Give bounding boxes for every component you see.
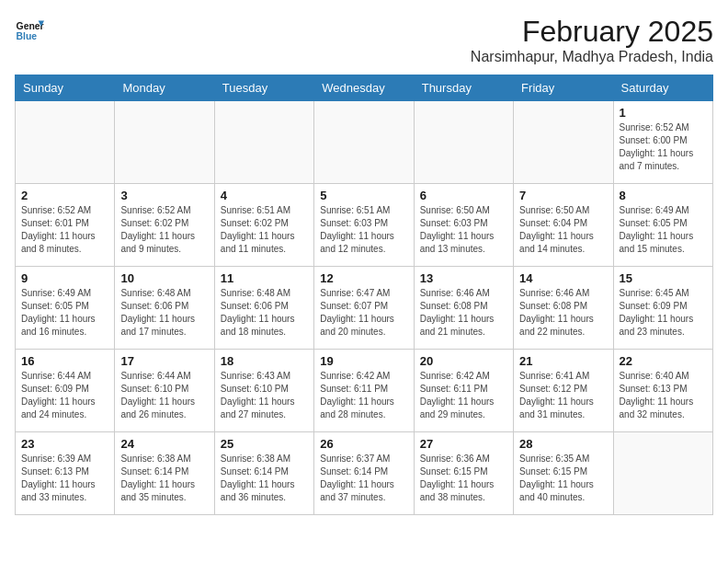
weekday-header-row: SundayMondayTuesdayWednesdayThursdayFrid… <box>16 75 713 101</box>
month-year-title: February 2025 <box>471 15 713 49</box>
day-info: Sunrise: 6:36 AM Sunset: 6:15 PM Dayligh… <box>420 453 507 504</box>
day-number: 26 <box>320 437 407 451</box>
day-number: 7 <box>519 189 607 202</box>
calendar-cell <box>314 101 414 184</box>
title-section: February 2025 Narsimhapur, Madhya Prades… <box>471 15 713 65</box>
day-info: Sunrise: 6:50 AM Sunset: 6:03 PM Dayligh… <box>420 204 507 256</box>
day-info: Sunrise: 6:44 AM Sunset: 6:09 PM Dayligh… <box>21 370 108 421</box>
day-info: Sunrise: 6:46 AM Sunset: 6:08 PM Dayligh… <box>519 287 607 339</box>
calendar-cell <box>115 101 214 184</box>
calendar-cell: 24Sunrise: 6:38 AM Sunset: 6:14 PM Dayli… <box>115 432 214 515</box>
calendar-cell <box>613 432 712 515</box>
calendar-cell: 9Sunrise: 6:49 AM Sunset: 6:05 PM Daylig… <box>16 267 115 350</box>
day-info: Sunrise: 6:45 AM Sunset: 6:09 PM Dayligh… <box>620 287 707 339</box>
day-info: Sunrise: 6:52 AM Sunset: 6:01 PM Dayligh… <box>21 204 108 256</box>
calendar-week-row: 9Sunrise: 6:49 AM Sunset: 6:05 PM Daylig… <box>16 267 713 350</box>
day-info: Sunrise: 6:42 AM Sunset: 6:11 PM Dayligh… <box>320 370 407 421</box>
svg-text:Blue: Blue <box>17 31 38 41</box>
calendar-cell: 2Sunrise: 6:52 AM Sunset: 6:01 PM Daylig… <box>16 184 115 267</box>
day-number: 14 <box>519 271 607 285</box>
day-number: 9 <box>21 271 108 285</box>
day-number: 12 <box>320 271 407 285</box>
day-info: Sunrise: 6:41 AM Sunset: 6:12 PM Dayligh… <box>519 370 607 421</box>
calendar-cell: 13Sunrise: 6:46 AM Sunset: 6:08 PM Dayli… <box>414 267 513 350</box>
calendar-cell: 11Sunrise: 6:48 AM Sunset: 6:06 PM Dayli… <box>214 267 313 350</box>
day-info: Sunrise: 6:42 AM Sunset: 6:11 PM Dayligh… <box>420 370 507 421</box>
day-number: 27 <box>420 437 507 451</box>
day-number: 2 <box>21 189 108 202</box>
day-number: 16 <box>21 354 108 368</box>
calendar-week-row: 1Sunrise: 6:52 AM Sunset: 6:00 PM Daylig… <box>16 101 713 184</box>
calendar-cell: 6Sunrise: 6:50 AM Sunset: 6:03 PM Daylig… <box>414 184 513 267</box>
day-info: Sunrise: 6:52 AM Sunset: 6:02 PM Dayligh… <box>120 204 208 256</box>
day-number: 23 <box>21 437 108 451</box>
calendar-cell: 25Sunrise: 6:38 AM Sunset: 6:14 PM Dayli… <box>214 432 313 515</box>
weekday-header: Friday <box>514 75 613 101</box>
weekday-header: Wednesday <box>314 75 414 101</box>
calendar-week-row: 2Sunrise: 6:52 AM Sunset: 6:01 PM Daylig… <box>16 184 713 267</box>
day-info: Sunrise: 6:38 AM Sunset: 6:14 PM Dayligh… <box>120 453 208 504</box>
calendar-week-row: 16Sunrise: 6:44 AM Sunset: 6:09 PM Dayli… <box>16 350 713 432</box>
day-info: Sunrise: 6:50 AM Sunset: 6:04 PM Dayligh… <box>519 204 607 256</box>
day-info: Sunrise: 6:39 AM Sunset: 6:13 PM Dayligh… <box>21 453 108 504</box>
day-number: 18 <box>221 354 308 368</box>
day-number: 6 <box>420 189 507 202</box>
calendar-cell: 23Sunrise: 6:39 AM Sunset: 6:13 PM Dayli… <box>16 432 115 515</box>
day-number: 8 <box>620 189 707 202</box>
weekday-header: Sunday <box>16 75 115 101</box>
day-info: Sunrise: 6:44 AM Sunset: 6:10 PM Dayligh… <box>120 370 208 421</box>
calendar-cell: 18Sunrise: 6:43 AM Sunset: 6:10 PM Dayli… <box>214 350 313 432</box>
calendar-cell: 8Sunrise: 6:49 AM Sunset: 6:05 PM Daylig… <box>613 184 712 267</box>
day-info: Sunrise: 6:38 AM Sunset: 6:14 PM Dayligh… <box>221 453 308 504</box>
calendar-week-row: 23Sunrise: 6:39 AM Sunset: 6:13 PM Dayli… <box>16 432 713 515</box>
calendar-cell: 1Sunrise: 6:52 AM Sunset: 6:00 PM Daylig… <box>613 101 712 184</box>
calendar-cell: 7Sunrise: 6:50 AM Sunset: 6:04 PM Daylig… <box>514 184 613 267</box>
day-number: 21 <box>519 354 607 368</box>
calendar-cell: 5Sunrise: 6:51 AM Sunset: 6:03 PM Daylig… <box>314 184 414 267</box>
day-info: Sunrise: 6:52 AM Sunset: 6:00 PM Dayligh… <box>620 121 707 173</box>
calendar-cell: 3Sunrise: 6:52 AM Sunset: 6:02 PM Daylig… <box>115 184 214 267</box>
day-info: Sunrise: 6:47 AM Sunset: 6:07 PM Dayligh… <box>320 287 407 339</box>
day-info: Sunrise: 6:51 AM Sunset: 6:03 PM Dayligh… <box>320 204 407 256</box>
weekday-header: Monday <box>115 75 214 101</box>
calendar-cell <box>514 101 613 184</box>
calendar-cell: 14Sunrise: 6:46 AM Sunset: 6:08 PM Dayli… <box>514 267 613 350</box>
day-number: 11 <box>221 271 308 285</box>
calendar-cell: 10Sunrise: 6:48 AM Sunset: 6:06 PM Dayli… <box>115 267 214 350</box>
day-number: 24 <box>120 437 208 451</box>
day-number: 3 <box>120 189 208 202</box>
page-header: General Blue February 2025 Narsimhapur, … <box>15 15 713 65</box>
calendar-cell: 12Sunrise: 6:47 AM Sunset: 6:07 PM Dayli… <box>314 267 414 350</box>
day-info: Sunrise: 6:49 AM Sunset: 6:05 PM Dayligh… <box>21 287 108 339</box>
logo-icon: General Blue <box>15 15 44 44</box>
day-number: 10 <box>120 271 208 285</box>
calendar-cell: 22Sunrise: 6:40 AM Sunset: 6:13 PM Dayli… <box>613 350 712 432</box>
calendar-cell: 21Sunrise: 6:41 AM Sunset: 6:12 PM Dayli… <box>514 350 613 432</box>
calendar-cell: 28Sunrise: 6:35 AM Sunset: 6:15 PM Dayli… <box>514 432 613 515</box>
calendar-cell: 16Sunrise: 6:44 AM Sunset: 6:09 PM Dayli… <box>16 350 115 432</box>
calendar-cell: 15Sunrise: 6:45 AM Sunset: 6:09 PM Dayli… <box>613 267 712 350</box>
calendar-cell: 19Sunrise: 6:42 AM Sunset: 6:11 PM Dayli… <box>314 350 414 432</box>
day-info: Sunrise: 6:48 AM Sunset: 6:06 PM Dayligh… <box>221 287 308 339</box>
calendar-cell: 17Sunrise: 6:44 AM Sunset: 6:10 PM Dayli… <box>115 350 214 432</box>
weekday-header: Saturday <box>613 75 712 101</box>
day-number: 15 <box>620 271 707 285</box>
calendar-cell <box>414 101 513 184</box>
calendar-table: SundayMondayTuesdayWednesdayThursdayFrid… <box>15 75 713 515</box>
calendar-cell: 20Sunrise: 6:42 AM Sunset: 6:11 PM Dayli… <box>414 350 513 432</box>
day-info: Sunrise: 6:49 AM Sunset: 6:05 PM Dayligh… <box>620 204 707 256</box>
day-number: 4 <box>221 189 308 202</box>
day-number: 5 <box>320 189 407 202</box>
day-number: 17 <box>120 354 208 368</box>
day-info: Sunrise: 6:37 AM Sunset: 6:14 PM Dayligh… <box>320 453 407 504</box>
location-subtitle: Narsimhapur, Madhya Pradesh, India <box>471 49 713 65</box>
calendar-cell <box>214 101 313 184</box>
day-number: 13 <box>420 271 507 285</box>
day-number: 20 <box>420 354 507 368</box>
day-number: 28 <box>519 437 607 451</box>
calendar-cell: 27Sunrise: 6:36 AM Sunset: 6:15 PM Dayli… <box>414 432 513 515</box>
day-info: Sunrise: 6:40 AM Sunset: 6:13 PM Dayligh… <box>620 370 707 421</box>
weekday-header: Tuesday <box>214 75 313 101</box>
calendar-cell <box>16 101 115 184</box>
day-number: 1 <box>620 106 707 120</box>
